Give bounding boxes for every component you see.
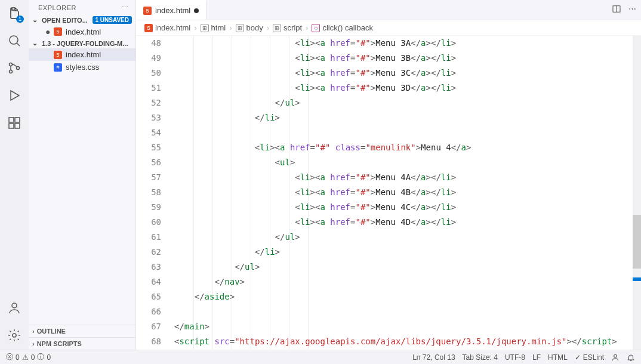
explorer-title: EXPLORER <box>38 4 76 11</box>
breadcrumb-item[interactable]: ⊞script <box>273 23 302 32</box>
chevron-right-icon: › <box>32 340 35 347</box>
svg-point-3 <box>10 70 13 73</box>
breadcrumb-item[interactable]: ⊞html <box>201 23 226 32</box>
editor-tabs: 5index.html ⋯ <box>136 0 641 20</box>
explorer-badge: 1 <box>16 16 24 23</box>
open-editor-item[interactable]: ●5index.html <box>29 25 135 38</box>
code-content[interactable]: <li><a href="#">Menu 3A</a></li> <li><a … <box>172 36 633 350</box>
explorer-header: EXPLORER ⋯ <box>29 0 135 15</box>
npm-scripts-header[interactable]: › NPM SCRIPTS <box>29 337 135 350</box>
warning-icon: ⚠ <box>22 353 29 362</box>
svg-rect-7 <box>9 124 14 128</box>
folder-header[interactable]: ⌄ 1.3 - JQUERY-FOLDING-M... <box>29 38 135 48</box>
chevron-right-icon: › <box>267 23 269 32</box>
search-icon[interactable] <box>6 32 23 49</box>
svg-point-4 <box>17 67 20 70</box>
breadcrumb-label: click() callback <box>322 23 373 32</box>
activity-bar: 1 <box>0 0 29 350</box>
svg-rect-8 <box>15 124 20 128</box>
chevron-down-icon: ⌄ <box>32 39 39 47</box>
svg-point-2 <box>10 63 13 66</box>
run-debug-icon[interactable] <box>6 87 23 104</box>
more-actions-icon[interactable]: ⋯ <box>628 4 636 16</box>
breadcrumb-label: html <box>211 23 226 32</box>
editor-tab[interactable]: 5index.html <box>136 0 207 20</box>
error-icon: ⓧ <box>6 352 13 362</box>
symbol-icon: ⊞ <box>236 24 244 32</box>
svg-line-1 <box>17 43 20 46</box>
svg-rect-6 <box>9 118 14 122</box>
breadcrumb-label: script <box>283 23 302 32</box>
breadcrumb[interactable]: 5index.html›⊞html›⊞body›⊞script›◇click()… <box>136 20 641 36</box>
info-icon: ⓘ <box>37 352 44 362</box>
file-name: index.html <box>66 50 101 59</box>
svg-point-0 <box>10 36 18 44</box>
html-file-icon: 5 <box>143 7 152 15</box>
folder-label: 1.3 - JQUERY-FOLDING-M... <box>42 40 128 47</box>
breadcrumb-label: index.html <box>155 23 190 32</box>
notifications-icon[interactable] <box>627 353 635 362</box>
open-editors-label: OPEN EDITO... <box>42 17 88 24</box>
chevron-right-icon: › <box>306 23 308 32</box>
chevron-right-icon: › <box>32 328 35 335</box>
source-control-icon[interactable] <box>6 60 23 76</box>
html-file-icon: 5 <box>54 51 62 59</box>
encoding[interactable]: UTF-8 <box>505 353 525 362</box>
html-file-icon: 5 <box>144 24 153 32</box>
explorer-more-icon[interactable]: ⋯ <box>122 4 129 11</box>
language-mode[interactable]: HTML <box>548 353 568 362</box>
settings-gear-icon[interactable] <box>6 327 23 344</box>
tab-label: index.html <box>155 6 190 15</box>
problems-status[interactable]: ⓧ0 ⚠0 ⓘ0 <box>6 352 51 362</box>
svg-point-11 <box>13 334 16 337</box>
svg-marker-5 <box>11 91 19 100</box>
status-bar: ⓧ0 ⚠0 ⓘ0 Ln 72, Col 13 Tab Size: 4 UTF-8… <box>0 350 641 364</box>
eslint-status[interactable]: ✓ESLint <box>575 353 604 362</box>
file-item[interactable]: #styles.css <box>29 61 135 73</box>
cursor-position[interactable]: Ln 72, Col 13 <box>412 353 455 362</box>
modified-dot-icon <box>194 8 199 13</box>
account-icon[interactable] <box>6 300 23 316</box>
tab-size[interactable]: Tab Size: 4 <box>463 353 498 362</box>
chevron-right-icon: › <box>229 23 232 32</box>
html-file-icon: 5 <box>54 27 62 36</box>
symbol-icon: ⊞ <box>273 24 281 32</box>
file-name: index.html <box>66 27 101 36</box>
svg-point-14 <box>614 354 617 357</box>
unsaved-badge: 1 UNSAVED <box>93 16 132 24</box>
line-gutter: 48 49 50 51 52 53 54 55 56 57 58 59 60 6… <box>136 36 172 350</box>
svg-point-10 <box>12 303 17 308</box>
outline-header[interactable]: › OUTLINE <box>29 325 135 337</box>
breadcrumb-item[interactable]: ◇click() callback <box>312 23 373 32</box>
breadcrumb-item[interactable]: ⊞body <box>236 23 263 32</box>
code-editor[interactable]: 48 49 50 51 52 53 54 55 56 57 58 59 60 6… <box>136 36 641 350</box>
modified-dot-icon: ● <box>45 27 50 36</box>
explorer-sidebar: EXPLORER ⋯ ⌄ OPEN EDITO... 1 UNSAVED ●5i… <box>29 0 136 350</box>
minimap-thumb[interactable] <box>633 215 641 269</box>
minimap[interactable] <box>633 36 641 350</box>
editor-area: 5index.html ⋯ 5index.html›⊞html›⊞body›⊞s… <box>136 0 641 350</box>
breadcrumb-label: body <box>246 23 263 32</box>
chevron-down-icon: ⌄ <box>32 16 39 24</box>
npm-scripts-label: NPM SCRIPTS <box>37 340 82 347</box>
explorer-icon[interactable]: 1 <box>6 5 23 21</box>
open-editors-header[interactable]: ⌄ OPEN EDITO... 1 UNSAVED <box>29 15 135 25</box>
feedback-icon[interactable] <box>611 353 620 362</box>
minimap-marker <box>633 277 641 281</box>
css-file-icon: # <box>54 63 62 72</box>
chevron-right-icon: › <box>194 23 196 32</box>
method-icon: ◇ <box>312 24 320 32</box>
file-name: styles.css <box>66 63 99 72</box>
eol[interactable]: LF <box>532 353 541 362</box>
eslint-icon: ✓ <box>575 353 581 362</box>
symbol-icon: ⊞ <box>201 24 209 32</box>
file-item[interactable]: 5index.html <box>29 48 135 61</box>
split-editor-icon[interactable] <box>612 4 621 16</box>
extensions-icon[interactable] <box>6 115 23 131</box>
breadcrumb-item[interactable]: 5index.html <box>144 23 190 32</box>
svg-rect-9 <box>15 118 20 122</box>
outline-label: OUTLINE <box>37 328 66 335</box>
